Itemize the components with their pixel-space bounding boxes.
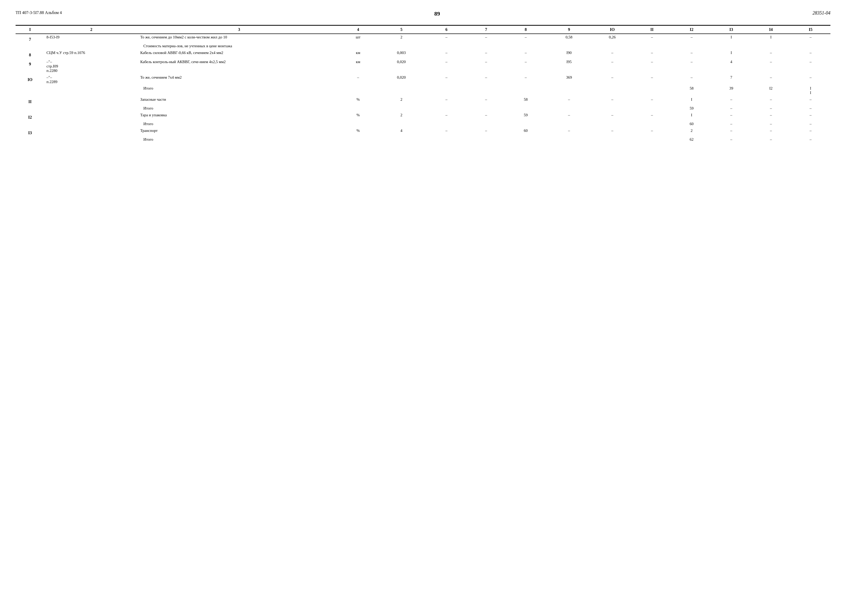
cell-col9: – <box>546 112 593 121</box>
cell-col6 <box>426 105 466 112</box>
cell-col5: 0,020 <box>376 59 426 74</box>
cell-col4 <box>340 136 376 143</box>
cell-col8: – <box>506 34 546 43</box>
cell-col4: % <box>340 112 376 121</box>
cell-col12: I <box>672 112 712 121</box>
cell-col8 <box>506 105 546 112</box>
cell-col2 <box>44 96 138 105</box>
cell-col8 <box>506 121 546 128</box>
cell-col6: – <box>426 50 466 59</box>
cell-col14: – <box>751 59 791 74</box>
cell-col2: –"–стр.I09п.2280 <box>44 59 138 74</box>
cell-col1: I3 <box>16 128 44 137</box>
main-table: I 2 3 4 5 6 7 8 9 IO II I2 I3 I4 I5 78-I… <box>16 25 830 143</box>
cell-col11: – <box>632 96 672 105</box>
cell-col11 <box>632 105 672 112</box>
cell-col7 <box>466 121 506 128</box>
cell-col12: 58 <box>672 85 712 96</box>
cell-col7: – <box>466 59 506 74</box>
table-row: Итого60––– <box>16 121 830 128</box>
cell-col12: 2 <box>672 128 712 137</box>
cell-col14: – <box>751 112 791 121</box>
cell-col4 <box>340 105 376 112</box>
cell-col1 <box>16 43 44 50</box>
cell-col3: Итого <box>138 105 340 112</box>
cell-col11 <box>632 85 672 96</box>
table-row: 8СЦМ ч.У стр.59 п.1076Кабель силовой АВВ… <box>16 50 830 59</box>
cell-col9: – <box>546 128 593 137</box>
col-header-8: 8 <box>506 25 546 34</box>
cell-col11 <box>632 136 672 143</box>
cell-col12: 62 <box>672 136 712 143</box>
cell-col13: – <box>712 136 751 143</box>
cell-col15: II <box>791 85 830 96</box>
table-row: Итого5839I2II <box>16 85 830 96</box>
cell-col1 <box>16 105 44 112</box>
cell-col11: – <box>632 50 672 59</box>
col-header-2: 2 <box>44 25 138 34</box>
cell-col5: 2 <box>376 34 426 43</box>
cell-col2: 8-I53-I9 <box>44 34 138 43</box>
cell-col9: 369 <box>546 74 593 85</box>
cell-col15: – <box>791 96 830 105</box>
cell-col5 <box>376 105 426 112</box>
cell-col10: – <box>592 96 632 105</box>
cell-col1: IO <box>16 74 44 85</box>
col-header-11: II <box>632 25 672 34</box>
cell-col3: Транспорт <box>138 128 340 137</box>
cell-col11: – <box>632 74 672 85</box>
cell-col14: – <box>751 136 791 143</box>
cell-col9 <box>546 85 593 96</box>
cell-col14: – <box>751 50 791 59</box>
cell-col4: шт <box>340 34 376 43</box>
cell-col11: – <box>632 112 672 121</box>
cell-col2 <box>44 43 138 50</box>
cell-col8: – <box>506 59 546 74</box>
cell-col7: – <box>466 34 506 43</box>
cell-col5: 4 <box>376 128 426 137</box>
page-header: ТП 407-3-5I7.88 Альбом 4 89 28351-04 <box>16 10 830 17</box>
cell-col6: – <box>426 128 466 137</box>
cell-col12: I <box>672 96 712 105</box>
cell-col12: – <box>672 50 712 59</box>
cell-col10: – <box>592 59 632 74</box>
cell-col5 <box>376 136 426 143</box>
cell-col4: % <box>340 96 376 105</box>
cell-col5: 0,003 <box>376 50 426 59</box>
cell-col5: 2 <box>376 112 426 121</box>
cell-col7 <box>466 85 506 96</box>
cell-col6: – <box>426 59 466 74</box>
cell-col15 <box>791 43 830 50</box>
col-header-15: I5 <box>791 25 830 34</box>
cell-col6: – <box>426 96 466 105</box>
col-header-3: 3 <box>138 25 340 34</box>
table-row: Стоимость материа-лов, не учтенных в цен… <box>16 43 830 50</box>
cell-col1: 9 <box>16 59 44 74</box>
cell-col3: Итого <box>138 136 340 143</box>
col-header-1: I <box>16 25 44 34</box>
cell-col15: – <box>791 59 830 74</box>
cell-col3: Кабель силовой АВВГ-0,66 кВ, сечением 2х… <box>138 50 340 59</box>
cell-col10 <box>592 105 632 112</box>
cell-col7: – <box>466 112 506 121</box>
table-row: IIЗапасные части%2––58–––I––– <box>16 96 830 105</box>
cell-col8: 59 <box>506 112 546 121</box>
cell-col3: Тара и упаковка <box>138 112 340 121</box>
cell-col8: 58 <box>506 96 546 105</box>
cell-col6 <box>426 136 466 143</box>
cell-col12: 60 <box>672 121 712 128</box>
cell-col4: % <box>340 128 376 137</box>
col-header-6: 6 <box>426 25 466 34</box>
cell-col4 <box>340 85 376 96</box>
cell-col5 <box>376 85 426 96</box>
cell-col12 <box>672 43 712 50</box>
cell-col8 <box>506 85 546 96</box>
cell-col8 <box>506 136 546 143</box>
cell-col14: I <box>751 34 791 43</box>
cell-col15: – <box>791 112 830 121</box>
cell-col6: – <box>426 74 466 85</box>
col-header-13: I3 <box>712 25 751 34</box>
cell-col6: – <box>426 34 466 43</box>
cell-col9: I95 <box>546 59 593 74</box>
cell-col14: I2 <box>751 85 791 96</box>
